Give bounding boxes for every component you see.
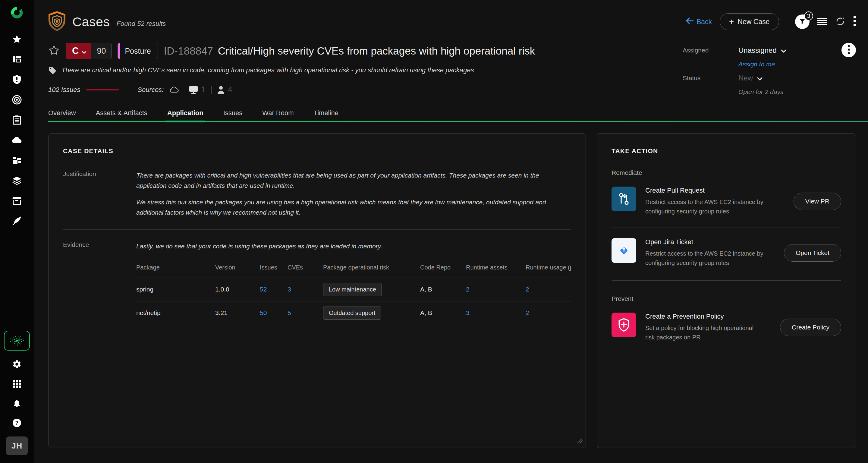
risk-chip: Outdated support bbox=[323, 307, 381, 319]
case-meta: Assigned Unassigned Assign to me Status … bbox=[683, 43, 856, 98]
tab-issues[interactable]: Issues bbox=[223, 109, 243, 122]
filter-button[interactable]: 3 bbox=[795, 14, 809, 29]
open-ticket-button[interactable]: Open Ticket bbox=[784, 244, 841, 261]
new-case-button[interactable]: + New Case bbox=[720, 13, 779, 30]
sidebar-item-apps[interactable] bbox=[10, 378, 24, 390]
tab-war-room[interactable]: War Room bbox=[262, 109, 293, 122]
runtime-usage-link[interactable]: 2 bbox=[526, 309, 571, 316]
status-label: Status bbox=[683, 74, 738, 82]
boards-icon bbox=[12, 55, 22, 64]
sidebar-item-layers[interactable] bbox=[10, 175, 24, 187]
jira-icon bbox=[612, 238, 636, 263]
sidebar-item-favorites[interactable] bbox=[10, 33, 24, 45]
cloud-source-icon[interactable] bbox=[170, 87, 179, 93]
table-row[interactable]: net/netip 3.21 50 5 Outdated support A, … bbox=[136, 302, 571, 325]
table-row[interactable]: spring 1.0.0 52 3 Low maintenance A, B 2… bbox=[136, 278, 571, 302]
sidebar-nav bbox=[10, 33, 24, 227]
more-options-button[interactable] bbox=[854, 16, 856, 27]
sidebar-item-quill[interactable] bbox=[10, 215, 24, 227]
assigned-label: Assigned bbox=[683, 47, 738, 54]
list-view-button[interactable] bbox=[817, 18, 827, 26]
sidebar-item-cloud[interactable] bbox=[10, 134, 24, 146]
packages-table: Package Version Issues CVEs Package oper… bbox=[136, 264, 571, 325]
cves-link[interactable]: 3 bbox=[287, 286, 323, 293]
tab-bar: Overview Assets & Artifacts Application … bbox=[48, 109, 856, 122]
filter-icon bbox=[799, 18, 806, 26]
tab-application[interactable]: Application bbox=[167, 109, 204, 122]
action-create-policy: Create a Prevention Policy Set a policy … bbox=[612, 302, 841, 353]
action-description: Restrict access to the AWS EC2 instance … bbox=[645, 197, 784, 216]
issues-link[interactable]: 52 bbox=[260, 286, 287, 293]
case-id: ID-188847 bbox=[164, 45, 213, 57]
assign-to-me-link[interactable]: Assign to me bbox=[738, 61, 856, 68]
runtime-usage-link[interactable]: 2 bbox=[526, 286, 571, 293]
cases-shield-icon bbox=[48, 11, 66, 32]
ai-scan-icon bbox=[8, 334, 25, 347]
case-details-title: CASE DETAILS bbox=[63, 147, 571, 155]
sidebar-item-boards[interactable] bbox=[10, 53, 24, 65]
runtime-assets-link[interactable]: 3 bbox=[466, 309, 526, 316]
cves-link[interactable]: 5 bbox=[287, 309, 323, 316]
assigned-dropdown[interactable]: Unassigned bbox=[738, 46, 856, 55]
monitor-source-icon[interactable] bbox=[189, 86, 198, 94]
open-duration: Open for 2 days bbox=[738, 88, 856, 96]
sidebar-item-notifications[interactable] bbox=[10, 397, 24, 409]
action-title: Create a Prevention Policy bbox=[645, 313, 771, 320]
issues-link[interactable]: 50 bbox=[260, 309, 287, 316]
case-title: ID-188847 Critical/High severity CVEs fr… bbox=[164, 45, 535, 57]
star-icon bbox=[12, 34, 22, 44]
layers-icon bbox=[12, 176, 22, 185]
case-more-options-button[interactable] bbox=[841, 43, 856, 57]
sidebar-item-help[interactable]: ? bbox=[10, 417, 24, 429]
avatar[interactable]: JH bbox=[6, 436, 28, 455]
tab-overview[interactable]: Overview bbox=[48, 109, 76, 122]
storefront-icon bbox=[12, 196, 22, 205]
case-description: There are critical and/or high CVEs seen… bbox=[61, 66, 474, 74]
create-policy-button[interactable]: Create Policy bbox=[780, 319, 841, 336]
sidebar-item-reports[interactable] bbox=[10, 114, 24, 126]
justification-text: There are packages with critical and hig… bbox=[136, 170, 571, 217]
severity-badge[interactable]: C 90 bbox=[66, 43, 112, 59]
chevron-down-icon bbox=[82, 45, 87, 56]
tab-assets-artifacts[interactable]: Assets & Artifacts bbox=[96, 109, 147, 122]
refresh-icon bbox=[835, 16, 846, 28]
posture-color-bar bbox=[118, 43, 120, 59]
content-area: CASE DETAILS Justification There are pac… bbox=[48, 133, 856, 448]
view-pr-button[interactable]: View PR bbox=[794, 193, 841, 210]
source-divider bbox=[211, 86, 212, 94]
posture-badge[interactable]: Posture bbox=[118, 43, 158, 59]
action-description: Set a policy for blocking high operation… bbox=[645, 323, 757, 342]
take-action-title: TAKE ACTION bbox=[612, 147, 841, 155]
shield-plus-icon bbox=[612, 313, 636, 337]
resize-handle[interactable] bbox=[577, 437, 583, 445]
take-action-panel: TAKE ACTION Remediate bbox=[597, 133, 856, 448]
app-logo-icon[interactable] bbox=[10, 6, 24, 19]
sidebar-item-risks[interactable] bbox=[10, 73, 24, 86]
status-dropdown[interactable]: New bbox=[738, 74, 856, 82]
header-divider bbox=[787, 14, 787, 30]
clipboard-icon bbox=[13, 115, 21, 125]
sidebar-item-inventory[interactable] bbox=[10, 154, 24, 166]
refresh-button[interactable] bbox=[835, 16, 846, 28]
back-button[interactable]: Back bbox=[686, 18, 712, 26]
person-source-icon[interactable] bbox=[217, 86, 225, 94]
page-title: Cases bbox=[72, 14, 110, 29]
sidebar-item-settings[interactable] bbox=[10, 358, 24, 370]
bell-icon bbox=[12, 399, 22, 408]
sidebar-item-ai-active[interactable] bbox=[4, 331, 30, 350]
sidebar-item-target[interactable] bbox=[10, 94, 24, 106]
favorite-star-icon[interactable] bbox=[48, 44, 60, 57]
issues-severity-line bbox=[86, 89, 119, 90]
monitor-count: 1 bbox=[201, 85, 206, 94]
target-icon bbox=[12, 95, 22, 105]
runtime-assets-link[interactable]: 2 bbox=[466, 286, 526, 293]
justification-label: Justification bbox=[63, 170, 136, 217]
sidebar-item-marketplace[interactable] bbox=[10, 195, 24, 207]
kebab-icon bbox=[848, 45, 850, 55]
action-create-pr: Create Pull Request Restrict access to t… bbox=[612, 176, 841, 227]
tab-timeline[interactable]: Timeline bbox=[314, 109, 338, 122]
plus-icon: + bbox=[729, 18, 734, 26]
sources-label: Sources: bbox=[137, 86, 164, 94]
prevent-label: Prevent bbox=[612, 295, 841, 302]
action-open-jira: Open Jira Ticket Restrict access to the … bbox=[612, 227, 841, 279]
